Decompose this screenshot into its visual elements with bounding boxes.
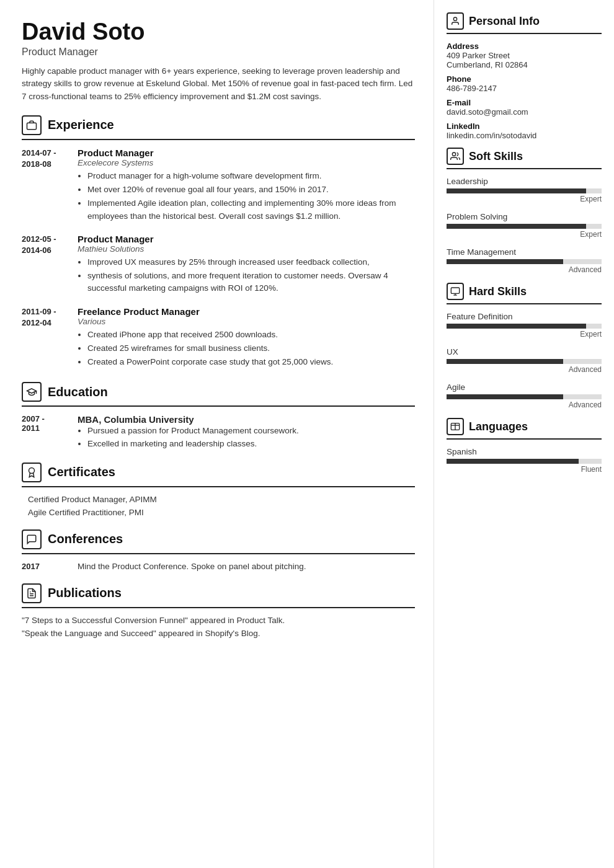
skill-bar-bg xyxy=(447,394,602,399)
conf-entry-1: 2017 Mind the Product Conference. Spoke … xyxy=(22,562,415,571)
publications-icon xyxy=(22,583,42,603)
soft-skills-title: Soft Skills xyxy=(447,148,602,169)
info-phone: Phone 486-789-2147 xyxy=(447,74,602,93)
skill-bar-fill xyxy=(447,324,586,329)
skill-bar-bg xyxy=(447,224,602,229)
exp-content-3: Freelance Product Manager Various Create… xyxy=(78,306,415,370)
hard-skills-section: Hard Skills Feature Definition Expert UX… xyxy=(447,283,602,409)
exp-bullet: Created a PowerPoint corporate case stud… xyxy=(87,356,415,368)
header: David Soto Product Manager Highly capabl… xyxy=(22,19,415,103)
edu-bullet: Pursued a passion for Product Management… xyxy=(87,425,299,437)
exp-entry-2: 2012-05 - 2014-06 Product Manager Mathie… xyxy=(22,234,415,296)
cert-item-1: Certified Product Manager, APIMM xyxy=(22,495,415,504)
skill-ux: UX Advanced xyxy=(447,347,602,374)
exp-date-2: 2012-05 - 2014-06 xyxy=(22,234,78,296)
skill-bar-fill xyxy=(447,188,586,193)
edu-bullet: Excelled in marketing and leadership cla… xyxy=(87,438,299,450)
exp-bullet: Created iPhone app that received 2500 do… xyxy=(87,329,415,341)
experience-icon xyxy=(22,115,42,135)
exp-entry-3: 2011-09 - 2012-04 Freelance Product Mana… xyxy=(22,306,415,370)
svg-point-1 xyxy=(29,467,35,473)
soft-skills-icon xyxy=(447,148,464,165)
job-title: Product Manager xyxy=(22,46,415,58)
info-address: Address 409 Parker StreetCumberland, RI … xyxy=(447,42,602,69)
skill-bar-bg xyxy=(447,459,602,464)
personal-info-title: Personal Info xyxy=(447,12,602,34)
resume-page: David Soto Product Manager Highly capabl… xyxy=(0,0,614,868)
exp-bullet: synthesis of solutions, and more frequen… xyxy=(87,270,415,295)
conferences-icon xyxy=(22,529,42,549)
languages-title: Languages xyxy=(447,418,602,440)
skill-bar-bg xyxy=(447,188,602,193)
exp-bullet: Created 25 wireframes for small business… xyxy=(87,342,415,355)
exp-content-2: Product Manager Mathieu Solutions Improv… xyxy=(78,234,415,296)
exp-bullet: Implemented Agile ideation plan, collect… xyxy=(87,197,415,223)
pub-item-1: "7 Steps to a Successful Conversion Funn… xyxy=(22,616,415,625)
skill-bar-bg xyxy=(447,259,602,264)
certificates-section: Certificates Certified Product Manager, … xyxy=(22,463,415,517)
skill-feature-definition: Feature Definition Expert xyxy=(447,312,602,339)
soft-skills-section: Soft Skills Leadership Expert Problem So… xyxy=(447,148,602,274)
personal-info-section: Personal Info Address 409 Parker StreetC… xyxy=(447,12,602,140)
summary: Highly capable product manager with 6+ y… xyxy=(22,65,415,103)
experience-section-title: Experience xyxy=(22,115,415,140)
hard-skills-title: Hard Skills xyxy=(447,283,602,304)
exp-bullet: Met over 120% of revenue goal all four y… xyxy=(87,184,415,196)
education-section-title: Education xyxy=(22,382,415,407)
edu-content-1: MBA, Columbia University Pursued a passi… xyxy=(78,414,299,450)
left-column: David Soto Product Manager Highly capabl… xyxy=(0,0,434,868)
edu-entry-1: 2007 - 2011 MBA, Columbia University Pur… xyxy=(22,414,415,450)
svg-rect-0 xyxy=(27,123,37,130)
skill-spanish: Spanish Fluent xyxy=(447,447,602,474)
exp-bullet: Improved UX measures by 25% through incr… xyxy=(87,256,415,268)
skill-bar-bg xyxy=(447,359,602,364)
certificates-icon xyxy=(22,463,42,482)
exp-bullet: Product manager for a high-volume softwa… xyxy=(87,170,415,182)
publications-section: Publications "7 Steps to a Successful Co… xyxy=(22,583,415,638)
exp-date-1: 2014-07 - 2018-08 xyxy=(22,148,78,224)
skill-problem-solving: Problem Solving Expert xyxy=(447,212,602,239)
cert-item-2: Agile Certified Practitioner, PMI xyxy=(22,508,415,517)
languages-icon xyxy=(447,418,464,435)
education-icon xyxy=(22,382,42,402)
pub-item-2: "Speak the Language and Succeed" appeare… xyxy=(22,629,415,638)
conferences-section: Conferences 2017 Mind the Product Confer… xyxy=(22,529,415,571)
skill-time-management: Time Management Advanced xyxy=(447,247,602,274)
svg-rect-6 xyxy=(451,288,459,293)
conf-year: 2017 xyxy=(22,562,78,571)
skill-leadership: Leadership Expert xyxy=(447,177,602,203)
skill-bar-fill xyxy=(447,224,586,229)
skill-bar-fill xyxy=(447,359,563,364)
conferences-section-title: Conferences xyxy=(22,529,415,554)
right-column: Personal Info Address 409 Parker StreetC… xyxy=(434,0,614,868)
info-email: E-mail david.soto@gmail.com xyxy=(447,98,602,117)
skill-bar-fill xyxy=(447,259,563,264)
hard-skills-icon xyxy=(447,283,464,300)
conf-description: Mind the Product Conference. Spoke on pa… xyxy=(78,562,306,571)
svg-point-5 xyxy=(452,153,455,156)
personal-info-icon xyxy=(447,12,464,30)
certificates-section-title: Certificates xyxy=(22,463,415,487)
info-linkedin: LinkedIn linkedin.com/in/sotodavid xyxy=(447,122,602,140)
exp-date-3: 2011-09 - 2012-04 xyxy=(22,306,78,370)
edu-date-1: 2007 - 2011 xyxy=(22,414,78,450)
exp-content-1: Product Manager Excelecore Systems Produ… xyxy=(78,148,415,224)
svg-point-4 xyxy=(453,17,456,20)
exp-entry-1: 2014-07 - 2018-08 Product Manager Excele… xyxy=(22,148,415,224)
skill-bar-bg xyxy=(447,324,602,329)
publications-section-title: Publications xyxy=(22,583,415,608)
languages-section: Languages Spanish Fluent xyxy=(447,418,602,474)
skill-agile: Agile Advanced xyxy=(447,383,602,409)
experience-section: Experience 2014-07 - 2018-08 Product Man… xyxy=(22,115,415,370)
candidate-name: David Soto xyxy=(22,19,415,45)
skill-bar-fill xyxy=(447,394,563,399)
skill-bar-fill xyxy=(447,459,579,464)
education-section: Education 2007 - 2011 MBA, Columbia Univ… xyxy=(22,382,415,450)
